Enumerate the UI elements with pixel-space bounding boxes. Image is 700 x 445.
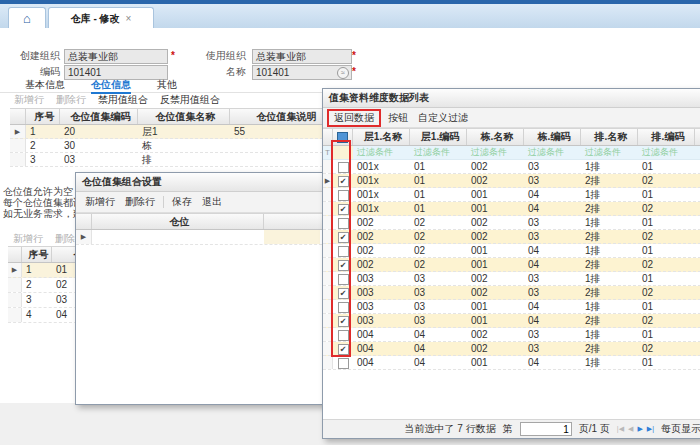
cell[interactable]: 1排 [581,216,638,229]
row-checkbox[interactable]: ✔ [333,230,353,243]
cell[interactable]: 03 [524,286,581,299]
filter-cell[interactable]: 过滤条件 [524,146,581,159]
cell[interactable]: 01 [410,202,467,215]
cell[interactable]: 002 [353,216,410,229]
dimension-row[interactable]: 00303001041排01 [323,300,700,314]
home-tab[interactable]: ⌂ [8,7,46,29]
column-header-层1.编码[interactable]: 层1.编码 [410,129,467,145]
cell[interactable]: 3 [26,153,60,166]
cell[interactable]: 002 [467,216,524,229]
checkbox-unchecked-icon[interactable] [338,190,349,201]
combo-grid-row[interactable]: ▶ [76,230,332,245]
checkbox-unchecked-icon[interactable] [338,274,349,285]
cell[interactable]: 003 [353,314,410,327]
cell[interactable]: 03 [524,174,581,187]
cell[interactable]: 001x [353,174,410,187]
cell[interactable]: 001 [467,356,524,369]
filter-cell[interactable]: 过滤条件 [410,146,467,159]
tab-仓位信息[interactable]: 仓位信息 [91,78,131,94]
combo-toolbar-删除行[interactable]: 删除行 [120,195,160,209]
row-checkbox[interactable] [333,188,353,201]
cell[interactable]: 02 [410,216,467,229]
dimension-row[interactable]: ✔00303001042排02 [323,314,700,328]
cell[interactable]: 001 [467,188,524,201]
close-icon[interactable]: × [126,13,132,24]
checkbox-checked-icon[interactable]: ✔ [338,176,349,187]
cell[interactable]: 1 [26,125,60,138]
cell[interactable]: 2排 [581,230,638,243]
checkbox-checked-icon[interactable]: ✔ [338,204,349,215]
cell[interactable]: 2排 [581,174,638,187]
cell[interactable]: 001 [467,202,524,215]
cell[interactable]: 02 [638,174,695,187]
column-header-序号[interactable]: 序号 [22,247,52,262]
cell[interactable]: 03 [410,286,467,299]
dimension-row[interactable]: ✔00202002032排02 [323,230,700,244]
checkbox-unchecked-icon[interactable] [338,218,349,229]
cell[interactable]: 03 [524,272,581,285]
cell[interactable]: 04 [524,314,581,327]
cell[interactable]: 001 [467,300,524,313]
cell[interactable]: 02 [638,202,695,215]
checkbox-unchecked-icon[interactable] [338,302,349,313]
cell[interactable]: 03 [524,160,581,173]
tab-其他[interactable]: 其他 [157,78,177,92]
cell[interactable]: 01 [410,160,467,173]
next-page-icon[interactable]: ▶ [637,425,642,433]
row-checkbox[interactable] [333,272,353,285]
tab-基本信息[interactable]: 基本信息 [25,78,65,92]
cell[interactable]: 004 [353,356,410,369]
checkbox-unchecked-icon[interactable] [338,162,349,173]
cell[interactable]: 01 [410,174,467,187]
cell[interactable]: 04 [524,244,581,257]
cell[interactable]: 01 [638,188,695,201]
gridbar-反禁用值组合[interactable]: 反禁用值组合 [160,93,220,107]
row-checkbox[interactable]: ✔ [333,174,353,187]
cell[interactable]: 01 [638,356,695,369]
cell[interactable]: 4 [22,308,52,322]
cell[interactable]: 1排 [581,272,638,285]
row-checkbox[interactable]: ✔ [333,258,353,271]
cell[interactable]: 02 [638,286,695,299]
row-checkbox[interactable] [333,356,353,369]
cell[interactable]: 01 [638,272,695,285]
cell[interactable]: 04 [524,258,581,271]
cell[interactable]: 03 [524,216,581,229]
cell[interactable]: 01 [638,160,695,173]
cell[interactable]: 04 [524,188,581,201]
cell[interactable]: 3 [22,293,52,307]
column-header-排.编码[interactable]: 排.编码 [638,129,695,145]
cell[interactable]: 001x [353,188,410,201]
cell[interactable]: 003 [353,272,410,285]
cell[interactable]: 01 [638,216,695,229]
cell[interactable]: 04 [410,342,467,355]
cell[interactable]: 02 [638,258,695,271]
cell[interactable]: 1排 [581,300,638,313]
cell[interactable]: 层1 [138,125,230,138]
list-toolbar-自定义过滤[interactable]: 自定义过滤 [413,111,473,125]
cell[interactable]: 02 [638,314,695,327]
cell[interactable]: 2 [26,139,60,152]
cell[interactable]: 2排 [581,258,638,271]
dimension-row[interactable]: 00202001041排01 [323,244,700,258]
cell[interactable]: 03 [410,272,467,285]
cell[interactable]: 001x [353,202,410,215]
cell[interactable]: 004 [353,342,410,355]
cell[interactable]: 2排 [581,314,638,327]
cell[interactable]: 03 [410,300,467,313]
cell[interactable]: 01 [638,300,695,313]
cell[interactable]: 03 [410,314,467,327]
row-checkbox[interactable] [333,328,353,341]
column-header-仓位值集编码[interactable]: 仓位值集编码 [60,109,138,124]
cell[interactable]: 04 [524,300,581,313]
use-org-field[interactable]: 总装事业部 [252,49,352,64]
filter-cell[interactable]: 过滤条件 [581,146,638,159]
filter-cell[interactable]: 过滤条件 [353,146,410,159]
combo-toolbar-保存[interactable]: 保存 [167,195,197,209]
cell[interactable]: 03 [524,230,581,243]
checkbox-checked-icon[interactable]: ✔ [338,316,349,327]
cell[interactable]: 002 [467,174,524,187]
cell[interactable]: 2排 [581,342,638,355]
checkbox-unchecked-icon[interactable] [338,330,349,341]
filter-cell[interactable]: 过滤条件 [638,146,695,159]
